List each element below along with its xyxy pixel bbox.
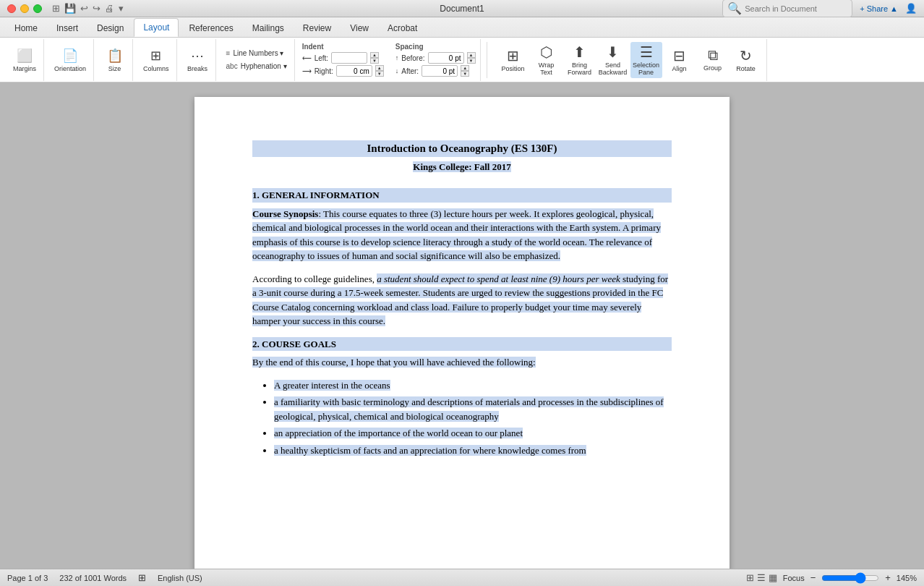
tab-references[interactable]: References	[180, 20, 241, 37]
indent-spacing-group: Indent ⟵ Left: ▲ ▼ ⟶ Right: ▲ ▼	[298, 39, 481, 81]
selection-pane-button[interactable]: ☰ Selection Pane	[630, 42, 662, 78]
spacing-before-icon: ↑	[395, 54, 399, 61]
wrap-text-button[interactable]: ⬡ Wrap Text	[531, 42, 562, 78]
indent-right-up[interactable]: ▲	[375, 65, 384, 71]
rotate-button[interactable]: ↻ Rotate	[730, 42, 762, 78]
indent-group: Indent ⟵ Left: ▲ ▼ ⟶ Right: ▲ ▼	[302, 43, 384, 77]
line-numbers-button[interactable]: ≡ Line Numbers ▾	[223, 48, 290, 59]
bullet-list: A greater interest in the oceans a famil…	[274, 378, 672, 458]
size-label: Size	[108, 65, 121, 72]
more-icon[interactable]: ▾	[119, 3, 124, 14]
document-page: Introduction to Oceanography (ES 130F) K…	[194, 97, 730, 569]
columns-icon: ⊞	[150, 48, 161, 64]
language: English (US)	[158, 574, 202, 582]
group-button[interactable]: ⧉ Group	[697, 42, 729, 78]
title-bar: ⊞ 💾 ↩ ↪ 🖨 ▾ Document1 🔍 + Share ▲ 👤	[0, 0, 924, 17]
zoom-in-icon[interactable]: +	[885, 572, 891, 583]
spacing-after-input[interactable]	[422, 65, 458, 77]
minimize-button[interactable]	[20, 4, 29, 13]
spacing-before-down[interactable]: ▼	[467, 58, 476, 64]
margins-label: Margins	[13, 65, 36, 72]
print-icon[interactable]: 🖨	[105, 3, 114, 14]
line-numbers-label: Line Numbers ▾	[233, 49, 283, 57]
zoom-slider[interactable]	[821, 572, 879, 584]
indent-right-input[interactable]	[336, 65, 372, 77]
spacing-before-up[interactable]: ▲	[467, 52, 476, 58]
save-icon[interactable]: 💾	[64, 3, 76, 14]
orientation-button[interactable]: 📄 Orientation	[51, 46, 89, 74]
hyphenation-icon: abc	[226, 62, 238, 70]
zoom-out-icon[interactable]: −	[810, 572, 816, 583]
bring-forward-icon: ⬆	[573, 43, 586, 61]
spacing-before-input[interactable]	[428, 52, 464, 64]
spacing-after-spinner[interactable]: ▲ ▼	[461, 65, 469, 77]
align-button[interactable]: ⊟ Align	[664, 42, 696, 78]
wrap-text-label: Wrap Text	[532, 62, 561, 77]
tab-design[interactable]: Design	[88, 20, 132, 37]
section2-intro: By the end of this course, I hope that y…	[252, 355, 672, 370]
breaks-label: Breaks	[187, 65, 208, 72]
status-right: ⊞ ☰ ▦ Focus − + 145%	[746, 572, 917, 584]
course-synopsis-label: Course Synopsis	[252, 208, 318, 219]
margins-group: ⬜ Margins	[6, 39, 44, 81]
share-button[interactable]: + Share ▲	[860, 4, 898, 13]
focus-label[interactable]: Focus	[783, 574, 805, 582]
zoom-button[interactable]	[33, 4, 42, 13]
tab-review[interactable]: Review	[294, 20, 340, 37]
line-numbers-icon: ≡	[226, 49, 231, 57]
columns-group: ⊞ Columns	[136, 39, 177, 81]
search-input[interactable]	[745, 4, 846, 13]
tab-layout[interactable]: Layout	[134, 18, 179, 37]
indent-left-down[interactable]: ▼	[370, 58, 379, 64]
send-backward-icon: ⬇	[607, 43, 619, 61]
spacing-after-down[interactable]: ▼	[461, 71, 469, 77]
close-button[interactable]	[7, 4, 16, 13]
orientation-icon: 📄	[62, 48, 78, 64]
spacing-after-up[interactable]: ▲	[461, 65, 469, 71]
tab-acrobat[interactable]: Acrobat	[379, 20, 426, 37]
search-box[interactable]: 🔍	[722, 0, 852, 17]
spacing-before-row: ↑ Before: ▲ ▼	[395, 52, 476, 64]
para2: According to college guidelines, a stude…	[252, 272, 672, 328]
position-button[interactable]: ⊞ Position	[497, 42, 529, 78]
size-button[interactable]: 📋 Size	[102, 46, 128, 74]
window-controls: ⊞ 💾 ↩ ↪ 🖨 ▾	[7, 3, 124, 14]
indent-left-spinner[interactable]: ▲ ▼	[370, 52, 379, 64]
tab-home[interactable]: Home	[6, 20, 46, 37]
section1-heading: 1. GENERAL INFORMATION	[252, 188, 672, 203]
layout-view-icon: ⊞	[138, 572, 146, 583]
window-title: Document1	[440, 4, 484, 14]
tab-insert[interactable]: Insert	[48, 20, 87, 37]
indent-title: Indent	[302, 43, 384, 51]
indent-left-label: Left:	[315, 54, 328, 62]
send-backward-label: Send Backward	[599, 62, 628, 77]
line-numbers-group: ≡ Line Numbers ▾ abc Hyphenation ▾	[219, 39, 295, 81]
columns-label: Columns	[143, 65, 169, 72]
redo-icon[interactable]: ↪	[93, 3, 100, 14]
list-item: an appreciation of the importance of the…	[274, 426, 672, 441]
indent-right-spinner[interactable]: ▲ ▼	[375, 65, 384, 77]
send-backward-button[interactable]: ⬇ Send Backward	[597, 42, 629, 78]
bring-forward-button[interactable]: ⬆ Bring Forward	[564, 42, 596, 78]
bring-forward-label: Bring Forward	[565, 62, 594, 77]
status-bar: Page 1 of 3 232 of 1001 Words ⊞ English …	[0, 569, 924, 586]
indent-right-down[interactable]: ▼	[375, 71, 384, 77]
indent-left-input[interactable]	[331, 52, 367, 64]
tab-view[interactable]: View	[341, 20, 377, 37]
indent-left-up[interactable]: ▲	[370, 52, 379, 58]
tab-mailings[interactable]: Mailings	[244, 20, 293, 37]
indent-right-label: Right:	[315, 67, 333, 75]
spacing-before-label: Before:	[401, 54, 424, 62]
hyphenation-label: Hyphenation ▾	[241, 62, 287, 70]
hyphenation-button[interactable]: abc Hyphenation ▾	[223, 61, 290, 72]
breaks-button[interactable]: ⋯ Breaks	[184, 46, 210, 74]
undo-icon[interactable]: ↩	[80, 3, 88, 14]
columns-button[interactable]: ⊞ Columns	[140, 46, 172, 74]
view-icons: ⊞ ☰ ▦	[746, 572, 777, 583]
spacing-before-spinner[interactable]: ▲ ▼	[467, 52, 476, 64]
spacing-group: Spacing ↑ Before: ▲ ▼ ↓ After: ▲ ▼	[395, 43, 476, 77]
rotate-label: Rotate	[736, 66, 756, 73]
margins-button[interactable]: ⬜ Margins	[10, 46, 39, 74]
list-item: a familiarity with basic terminology and…	[274, 395, 672, 423]
align-icon: ⊟	[673, 47, 685, 64]
